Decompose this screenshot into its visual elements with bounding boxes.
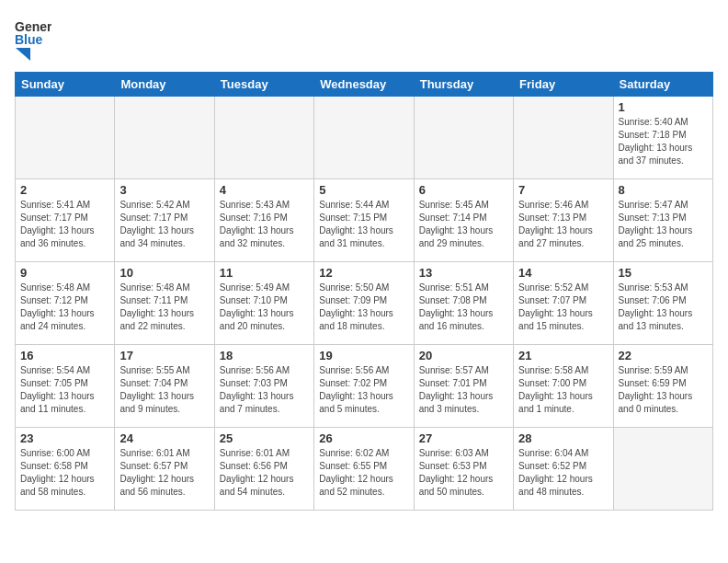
calendar-cell: 23Sunrise: 6:00 AM Sunset: 6:58 PM Dayli… <box>16 428 115 511</box>
day-info: Sunrise: 5:42 AM Sunset: 7:17 PM Dayligh… <box>119 199 209 250</box>
calendar-cell: 25Sunrise: 6:01 AM Sunset: 6:56 PM Dayli… <box>214 428 313 511</box>
weekday-header-sunday: Sunday <box>16 73 115 97</box>
day-number: 4 <box>220 183 309 197</box>
calendar-cell <box>314 97 414 179</box>
calendar-cell: 22Sunrise: 5:59 AM Sunset: 6:59 PM Dayli… <box>613 345 712 428</box>
day-number: 11 <box>220 266 309 280</box>
day-number: 18 <box>220 349 309 362</box>
day-info: Sunrise: 5:41 AM Sunset: 7:17 PM Dayligh… <box>20 199 109 250</box>
day-number: 7 <box>518 183 608 197</box>
calendar-cell <box>214 97 313 179</box>
logo: General Blue <box>15 15 51 61</box>
day-info: Sunrise: 6:02 AM Sunset: 6:55 PM Dayligh… <box>319 447 408 499</box>
day-number: 21 <box>518 349 608 362</box>
calendar-cell <box>16 97 115 179</box>
calendar-cell: 17Sunrise: 5:55 AM Sunset: 7:04 PM Dayli… <box>115 345 214 428</box>
day-info: Sunrise: 5:56 AM Sunset: 7:02 PM Dayligh… <box>319 364 408 416</box>
calendar-cell: 14Sunrise: 5:52 AM Sunset: 7:07 PM Dayli… <box>514 262 613 345</box>
day-number: 23 <box>20 431 109 445</box>
day-info: Sunrise: 5:53 AM Sunset: 7:06 PM Dayligh… <box>619 282 708 333</box>
day-info: Sunrise: 6:01 AM Sunset: 6:56 PM Dayligh… <box>220 447 309 499</box>
logo-arrow-icon <box>16 48 30 61</box>
calendar-cell: 15Sunrise: 5:53 AM Sunset: 7:06 PM Dayli… <box>613 262 712 345</box>
day-info: Sunrise: 6:01 AM Sunset: 6:57 PM Dayligh… <box>119 447 209 499</box>
page-header: General Blue <box>15 15 713 61</box>
day-number: 9 <box>20 266 109 280</box>
weekday-header-thursday: Thursday <box>414 73 513 97</box>
calendar-cell: 7Sunrise: 5:46 AM Sunset: 7:13 PM Daylig… <box>514 179 613 262</box>
logo-icon: General Blue <box>15 15 51 48</box>
calendar-cell: 12Sunrise: 5:50 AM Sunset: 7:09 PM Dayli… <box>314 262 414 345</box>
day-number: 12 <box>319 266 408 280</box>
calendar-cell: 13Sunrise: 5:51 AM Sunset: 7:08 PM Dayli… <box>414 262 513 345</box>
calendar-cell <box>613 428 712 511</box>
day-info: Sunrise: 5:55 AM Sunset: 7:04 PM Dayligh… <box>119 364 209 416</box>
day-number: 14 <box>518 266 608 280</box>
weekday-header-wednesday: Wednesday <box>314 73 414 97</box>
week-row-0: 1Sunrise: 5:40 AM Sunset: 7:18 PM Daylig… <box>16 97 713 179</box>
day-number: 6 <box>419 183 508 197</box>
svg-text:Blue: Blue <box>15 32 43 47</box>
day-info: Sunrise: 5:59 AM Sunset: 6:59 PM Dayligh… <box>619 364 708 416</box>
calendar-cell: 3Sunrise: 5:42 AM Sunset: 7:17 PM Daylig… <box>115 179 214 262</box>
calendar-cell: 21Sunrise: 5:58 AM Sunset: 7:00 PM Dayli… <box>514 345 613 428</box>
calendar-cell: 19Sunrise: 5:56 AM Sunset: 7:02 PM Dayli… <box>314 345 414 428</box>
calendar-cell: 11Sunrise: 5:49 AM Sunset: 7:10 PM Dayli… <box>214 262 313 345</box>
calendar-cell: 6Sunrise: 5:45 AM Sunset: 7:14 PM Daylig… <box>414 179 513 262</box>
calendar-cell: 1Sunrise: 5:40 AM Sunset: 7:18 PM Daylig… <box>613 97 712 179</box>
day-info: Sunrise: 5:49 AM Sunset: 7:10 PM Dayligh… <box>220 282 309 333</box>
calendar-cell: 9Sunrise: 5:48 AM Sunset: 7:12 PM Daylig… <box>16 262 115 345</box>
calendar-cell: 28Sunrise: 6:04 AM Sunset: 6:52 PM Dayli… <box>514 428 613 511</box>
day-number: 3 <box>119 183 209 197</box>
day-number: 20 <box>419 349 508 362</box>
day-number: 27 <box>419 431 508 445</box>
day-number: 1 <box>619 100 708 114</box>
calendar-cell <box>514 97 613 179</box>
week-row-4: 23Sunrise: 6:00 AM Sunset: 6:58 PM Dayli… <box>16 428 713 511</box>
calendar-cell: 26Sunrise: 6:02 AM Sunset: 6:55 PM Dayli… <box>314 428 414 511</box>
weekday-header-monday: Monday <box>115 73 214 97</box>
day-number: 22 <box>619 349 708 362</box>
svg-marker-3 <box>16 48 30 61</box>
day-info: Sunrise: 5:48 AM Sunset: 7:11 PM Dayligh… <box>119 282 209 333</box>
day-number: 24 <box>119 431 209 445</box>
week-row-2: 9Sunrise: 5:48 AM Sunset: 7:12 PM Daylig… <box>16 262 713 345</box>
day-info: Sunrise: 5:54 AM Sunset: 7:05 PM Dayligh… <box>20 364 109 416</box>
weekday-header-friday: Friday <box>514 73 613 97</box>
day-info: Sunrise: 5:51 AM Sunset: 7:08 PM Dayligh… <box>419 282 508 333</box>
calendar-cell: 2Sunrise: 5:41 AM Sunset: 7:17 PM Daylig… <box>16 179 115 262</box>
day-number: 28 <box>518 431 608 445</box>
weekday-header-row: SundayMondayTuesdayWednesdayThursdayFrid… <box>16 73 713 97</box>
day-info: Sunrise: 5:47 AM Sunset: 7:13 PM Dayligh… <box>619 199 708 250</box>
day-info: Sunrise: 5:44 AM Sunset: 7:15 PM Dayligh… <box>319 199 408 250</box>
day-info: Sunrise: 5:46 AM Sunset: 7:13 PM Dayligh… <box>518 199 608 250</box>
day-info: Sunrise: 6:00 AM Sunset: 6:58 PM Dayligh… <box>20 447 109 499</box>
calendar-table: SundayMondayTuesdayWednesdayThursdayFrid… <box>15 72 713 511</box>
calendar-cell: 20Sunrise: 5:57 AM Sunset: 7:01 PM Dayli… <box>414 345 513 428</box>
day-info: Sunrise: 5:48 AM Sunset: 7:12 PM Dayligh… <box>20 282 109 333</box>
day-info: Sunrise: 5:56 AM Sunset: 7:03 PM Dayligh… <box>220 364 309 416</box>
calendar-cell <box>115 97 214 179</box>
calendar-cell: 10Sunrise: 5:48 AM Sunset: 7:11 PM Dayli… <box>115 262 214 345</box>
day-number: 25 <box>220 431 309 445</box>
calendar-cell: 24Sunrise: 6:01 AM Sunset: 6:57 PM Dayli… <box>115 428 214 511</box>
week-row-1: 2Sunrise: 5:41 AM Sunset: 7:17 PM Daylig… <box>16 179 713 262</box>
day-info: Sunrise: 5:45 AM Sunset: 7:14 PM Dayligh… <box>419 199 508 250</box>
calendar-cell <box>414 97 513 179</box>
day-info: Sunrise: 5:57 AM Sunset: 7:01 PM Dayligh… <box>419 364 508 416</box>
day-info: Sunrise: 5:43 AM Sunset: 7:16 PM Dayligh… <box>220 199 309 250</box>
week-row-3: 16Sunrise: 5:54 AM Sunset: 7:05 PM Dayli… <box>16 345 713 428</box>
day-number: 26 <box>319 431 408 445</box>
calendar-cell: 18Sunrise: 5:56 AM Sunset: 7:03 PM Dayli… <box>214 345 313 428</box>
weekday-header-tuesday: Tuesday <box>214 73 313 97</box>
calendar-cell: 16Sunrise: 5:54 AM Sunset: 7:05 PM Dayli… <box>16 345 115 428</box>
day-info: Sunrise: 5:52 AM Sunset: 7:07 PM Dayligh… <box>518 282 608 333</box>
day-info: Sunrise: 5:50 AM Sunset: 7:09 PM Dayligh… <box>319 282 408 333</box>
calendar-cell: 27Sunrise: 6:03 AM Sunset: 6:53 PM Dayli… <box>414 428 513 511</box>
day-number: 5 <box>319 183 408 197</box>
day-info: Sunrise: 5:40 AM Sunset: 7:18 PM Dayligh… <box>619 116 708 167</box>
day-info: Sunrise: 6:03 AM Sunset: 6:53 PM Dayligh… <box>419 447 508 499</box>
day-number: 2 <box>20 183 109 197</box>
day-number: 15 <box>619 266 708 280</box>
day-number: 10 <box>119 266 209 280</box>
